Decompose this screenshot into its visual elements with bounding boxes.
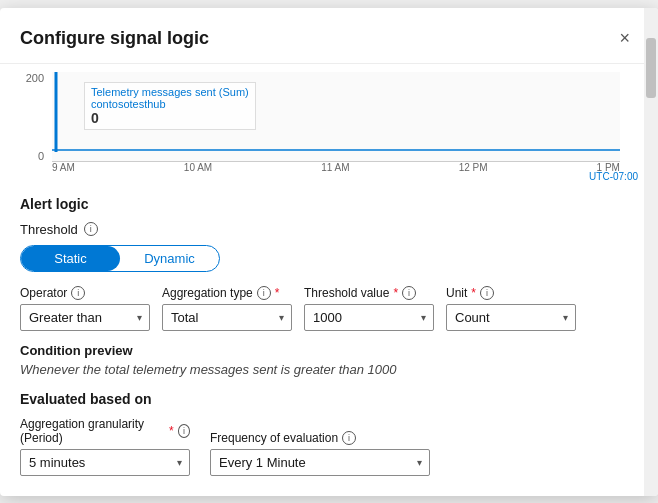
frequency-label: Frequency of evaluation i [210,431,430,445]
unit-label: Unit * i [446,286,576,300]
operator-field: Operator i Greater than Less than Greate… [20,286,150,331]
aggtype-info-icon: i [257,286,271,300]
alert-logic-fields-row: Operator i Greater than Less than Greate… [20,286,638,331]
aggregation-granularity-select[interactable]: 1 minute 5 minutes 15 minutes 30 minutes… [20,449,190,476]
metric-value: 0 [91,110,249,126]
chart-canvas: Telemetry messages sent (Sum) contosotes… [52,72,620,162]
chart-x-11am: 11 AM [321,162,349,182]
unit-required: * [471,286,476,300]
dialog-header: Configure signal logic × [0,8,658,64]
evaluated-based-on-row: Aggregation granularity (Period) * i 1 m… [20,417,638,476]
aggregation-granularity-field: Aggregation granularity (Period) * i 1 m… [20,417,190,476]
condition-preview-title: Condition preview [20,343,638,358]
aggregation-type-field: Aggregation type i * Total Average Minim… [162,286,292,331]
unit-info-icon: i [480,286,494,300]
dialog-body: 200 0 Telemetry messages sent (Sum) cont… [0,64,658,496]
evaluated-based-on-title: Evaluated based on [20,391,638,407]
frequency-select[interactable]: Every 1 Minute Every 5 Minutes Every 15 … [210,449,430,476]
frequency-info-icon: i [342,431,356,445]
threshold-label: Threshold [20,222,78,237]
scrollbar[interactable] [644,8,658,496]
aggregation-granularity-label: Aggregation granularity (Period) * i [20,417,190,445]
chart-y-top: 200 [26,72,44,84]
operator-select[interactable]: Greater than Less than Greater than or e… [20,304,150,331]
threshold-row: Threshold i [20,222,638,237]
operator-label: Operator i [20,286,150,300]
threshold-value-label: Threshold value * i [304,286,434,300]
unit-select[interactable]: Count Bytes Percent [446,304,576,331]
threshold-toggle-group[interactable]: Static Dynamic [20,245,220,272]
alert-logic-title: Alert logic [20,196,638,212]
static-toggle-button[interactable]: Static [21,246,120,271]
dialog-title: Configure signal logic [20,28,209,49]
metric-source: contosotesthub [91,98,249,110]
operator-info-icon: i [71,286,85,300]
frequency-select-wrapper: Every 1 Minute Every 5 Minutes Every 15 … [210,449,430,476]
unit-field: Unit * i Count Bytes Percent ▾ [446,286,576,331]
aggtype-required: * [275,286,280,300]
configure-signal-logic-dialog: Configure signal logic × 200 0 Telemetry… [0,8,658,496]
chart-x-9am: 9 AM [52,162,75,182]
threshold-info-icon2: i [402,286,416,300]
chart-x-10am: 10 AM [184,162,212,182]
chart-x-12pm: 12 PM [459,162,488,182]
aggregation-type-select[interactable]: Total Average Minimum Maximum Count [162,304,292,331]
aggregation-granularity-select-wrapper: 1 minute 5 minutes 15 minutes 30 minutes… [20,449,190,476]
chart-x-axis: 9 AM 10 AM 11 AM 12 PM 1 PM [52,162,620,182]
threshold-value-select-wrapper: 1000 ▾ [304,304,434,331]
aggregation-type-select-wrapper: Total Average Minimum Maximum Count ▾ [162,304,292,331]
period-required: * [169,424,174,438]
chart-area: 200 0 Telemetry messages sent (Sum) cont… [20,72,638,182]
unit-select-wrapper: Count Bytes Percent ▾ [446,304,576,331]
threshold-value-select[interactable]: 1000 [304,304,434,331]
chart-y-bottom: 0 [38,150,44,162]
period-info-icon: i [178,424,190,438]
metric-name: Telemetry messages sent (Sum) [91,86,249,98]
threshold-value-field: Threshold value * i 1000 ▾ [304,286,434,331]
close-button[interactable]: × [611,24,638,53]
dynamic-toggle-button[interactable]: Dynamic [120,246,219,271]
chart-y-axis: 200 0 [20,72,48,162]
frequency-field: Frequency of evaluation i Every 1 Minute… [210,431,430,476]
chart-timezone: UTC-07:00 [589,171,638,182]
operator-select-wrapper: Greater than Less than Greater than or e… [20,304,150,331]
condition-preview-text: Whenever the total telemetry messages se… [20,362,638,377]
chart-tooltip: Telemetry messages sent (Sum) contosotes… [84,82,256,130]
scrollbar-thumb[interactable] [646,38,656,98]
aggregation-type-label: Aggregation type i * [162,286,292,300]
threshold-info-icon: i [84,222,98,236]
threshold-required: * [393,286,398,300]
